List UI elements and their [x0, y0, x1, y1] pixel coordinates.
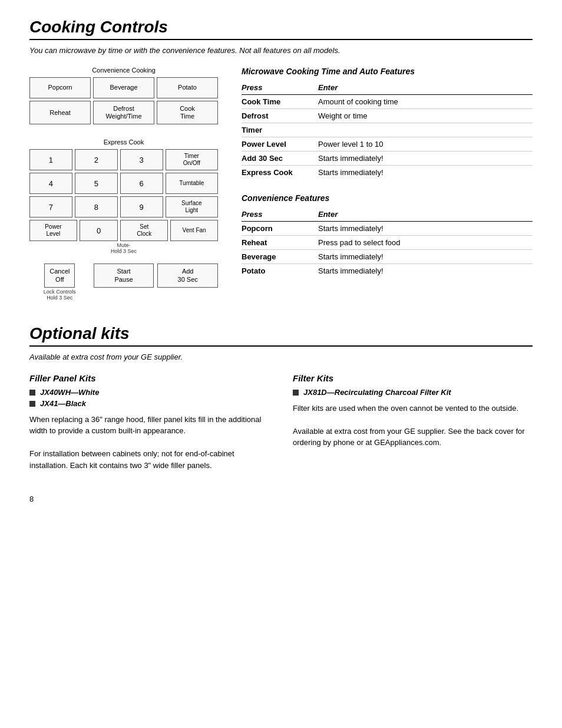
mw-enter-defrost: Weight or time — [318, 109, 533, 123]
conv-press-potato: Potato — [242, 264, 318, 278]
key-set-clock[interactable]: SetClock — [120, 220, 168, 241]
key-power-level[interactable]: PowerLevel — [29, 220, 77, 241]
bullet-icon-1 — [29, 390, 35, 396]
microwave-col-enter: Enter — [318, 81, 533, 95]
features-column: Microwave Cooking Time and Auto Features… — [242, 67, 533, 301]
section-divider-2 — [29, 345, 533, 347]
mw-enter-timer — [318, 123, 533, 137]
section-divider-1 — [29, 39, 533, 40]
bullet-icon-3 — [293, 390, 299, 396]
conv-col-enter: Enter — [318, 207, 533, 222]
table-row: Defrost Weight or time — [242, 109, 533, 123]
express-cook-section: Express Cook 1 2 3 TimerOn/Off 4 5 6 Tur — [29, 139, 218, 254]
bullet-icon-2 — [29, 401, 35, 407]
num-row-4: PowerLevel 0 SetClock Vent Fan — [29, 220, 218, 241]
key-5[interactable]: 5 — [75, 173, 118, 194]
cooking-controls-section: Cooking Controls You can microwave by ti… — [29, 18, 533, 301]
table-row: Popcorn Starts immediately! — [242, 222, 533, 236]
key-reheat[interactable]: Reheat — [29, 101, 91, 124]
cooking-controls-title: Cooking Controls — [29, 18, 533, 37]
num-row-1: 1 2 3 TimerOn/Off — [29, 149, 218, 170]
microwave-col-press: Press — [242, 81, 318, 95]
filter-body: Filter kits are used when the oven canno… — [293, 403, 533, 449]
key-0[interactable]: 0 — [80, 220, 118, 241]
filler-item-2: JX41—Black — [29, 399, 269, 408]
table-row: Reheat Press pad to select food — [242, 236, 533, 250]
page-number: 8 — [29, 495, 533, 503]
optional-kits-section: Optional kits Available at extra cost fr… — [29, 324, 533, 472]
conv-col-press: Press — [242, 207, 318, 222]
filter-item-1: JX81D—Recirculating Charcoal Filter Kit — [293, 388, 533, 397]
key-9[interactable]: 9 — [120, 196, 163, 218]
convenience-cooking-label: Convenience Cooking — [29, 67, 218, 74]
optional-kits-title: Optional kits — [29, 324, 533, 343]
table-row: Power Level Power level 1 to 10 — [242, 137, 533, 151]
convenience-table: Press Enter Popcorn Starts immediately! … — [242, 207, 533, 278]
number-grid: 1 2 3 TimerOn/Off 4 5 6 Turntable 7 — [29, 149, 218, 241]
conv-press-popcorn: Popcorn — [242, 222, 318, 236]
key-add-30-sec[interactable]: Add30 Sec — [157, 263, 218, 287]
key-2[interactable]: 2 — [75, 149, 118, 170]
key-popcorn[interactable]: Popcorn — [29, 77, 91, 98]
key-cook-time[interactable]: CookTime — [157, 101, 218, 124]
express-cook-label: Express Cook — [29, 139, 218, 146]
filter-item-1-text: JX81D—Recirculating Charcoal Filter Kit — [303, 388, 451, 397]
key-defrost-weight[interactable]: DefrostWeight/Time — [93, 101, 154, 124]
convenience-features-title: Convenience Features — [242, 193, 533, 203]
cooking-layout: Convenience Cooking Popcorn Beverage Pot… — [29, 67, 533, 301]
lock-controls-label: Lock ControlsHold 3 Sec — [44, 289, 76, 301]
optional-layout: Filler Panel Kits JX40WH—White JX41—Blac… — [29, 373, 533, 472]
convenience-cooking-grid: Popcorn Beverage Potato Reheat DefrostWe… — [29, 77, 218, 124]
mw-press-defrost: Defrost — [242, 109, 318, 123]
table-row: Express Cook Starts immediately! — [242, 166, 533, 180]
key-start-pause[interactable]: StartPause — [94, 263, 154, 287]
filler-item-1-text: JX40WH—White — [40, 388, 99, 397]
mw-press-powerlevel: Power Level — [242, 137, 318, 151]
num-row-2: 4 5 6 Turntable — [29, 173, 218, 194]
filler-panel-title: Filler Panel Kits — [29, 373, 269, 383]
microwave-section-title: Microwave Cooking Time and Auto Features — [242, 67, 533, 76]
key-vent-fan[interactable]: Vent Fan — [170, 220, 218, 241]
table-row: Add 30 Sec Starts immediately! — [242, 151, 533, 166]
key-cancel-off[interactable]: CancelOff — [44, 263, 75, 287]
key-6[interactable]: 6 — [120, 173, 163, 194]
conv-enter-beverage: Starts immediately! — [318, 250, 533, 264]
key-timer-onoff[interactable]: TimerOn/Off — [166, 149, 218, 170]
table-row: Potato Starts immediately! — [242, 264, 533, 278]
key-4[interactable]: 4 — [29, 173, 72, 194]
control-buttons: CancelOff Lock ControlsHold 3 Sec StartP… — [29, 263, 218, 300]
filler-panel-col: Filler Panel Kits JX40WH—White JX41—Blac… — [29, 373, 269, 472]
filter-kits-col: Filter Kits JX81D—Recirculating Charcoal… — [293, 373, 533, 472]
conv-row-2: Reheat DefrostWeight/Time CookTime — [29, 101, 218, 124]
table-row: Timer — [242, 123, 533, 137]
mw-press-timer: Timer — [242, 123, 318, 137]
conv-enter-reheat: Press pad to select food — [318, 236, 533, 250]
conv-enter-popcorn: Starts immediately! — [318, 222, 533, 236]
mw-press-cooktime: Cook Time — [242, 95, 318, 109]
keypad-column: Convenience Cooking Popcorn Beverage Pot… — [29, 67, 218, 301]
microwave-table: Press Enter Cook Time Amount of cooking … — [242, 81, 533, 179]
key-potato[interactable]: Potato — [157, 77, 218, 98]
key-3[interactable]: 3 — [120, 149, 163, 170]
table-row: Beverage Starts immediately! — [242, 250, 533, 264]
key-8[interactable]: 8 — [75, 196, 118, 218]
key-1[interactable]: 1 — [29, 149, 72, 170]
conv-press-beverage: Beverage — [242, 250, 318, 264]
key-turntable[interactable]: Turntable — [166, 173, 218, 194]
cooking-controls-subtitle: You can microwave by time or with the co… — [29, 46, 533, 55]
filler-body: When replacing a 36" range hood, filler … — [29, 414, 269, 472]
key-surface-light[interactable]: SurfaceLight — [166, 196, 218, 218]
optional-kits-subtitle: Available at extra cost from your GE sup… — [29, 353, 533, 361]
key-beverage[interactable]: Beverage — [93, 77, 154, 98]
mw-press-expresscook: Express Cook — [242, 166, 318, 180]
num-row-3: 7 8 9 SurfaceLight — [29, 196, 218, 218]
table-row: Cook Time Amount of cooking time — [242, 95, 533, 109]
key-7[interactable]: 7 — [29, 196, 72, 218]
filter-kits-title: Filter Kits — [293, 373, 533, 383]
mw-enter-expresscook: Starts immediately! — [318, 166, 533, 180]
conv-row-1: Popcorn Beverage Potato — [29, 77, 218, 98]
mw-enter-add30: Starts immediately! — [318, 151, 533, 166]
filler-item-1: JX40WH—White — [29, 388, 269, 397]
mw-enter-cooktime: Amount of cooking time — [318, 95, 533, 109]
conv-press-reheat: Reheat — [242, 236, 318, 250]
